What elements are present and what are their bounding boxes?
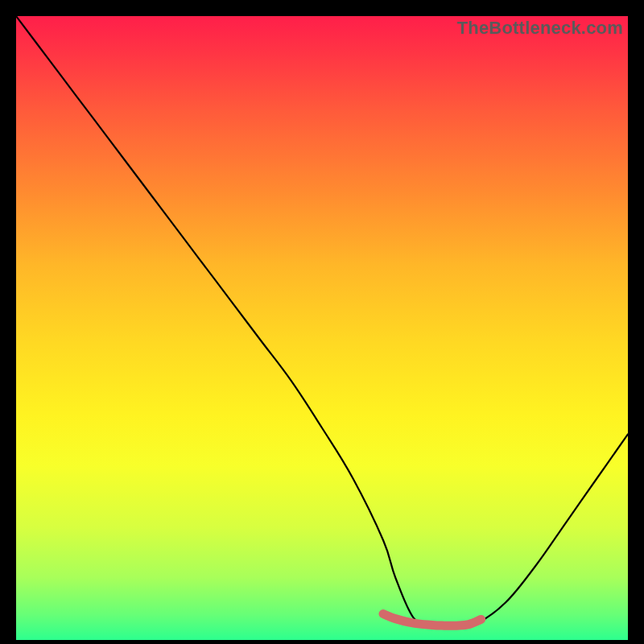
optimal-flat-marker xyxy=(383,614,481,626)
chart-frame: TheBottleneck.com xyxy=(0,0,644,644)
bottleneck-curve xyxy=(16,16,628,626)
plot-area: TheBottleneck.com xyxy=(16,16,628,640)
chart-svg xyxy=(16,16,628,640)
